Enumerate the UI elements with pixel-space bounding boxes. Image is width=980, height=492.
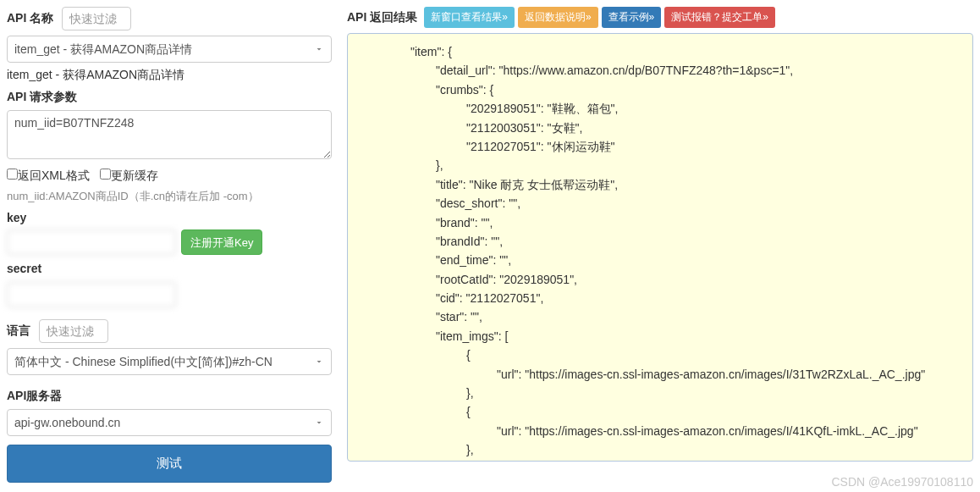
lang-filter-input[interactable] <box>39 319 108 343</box>
json-line: "item": { <box>360 42 961 61</box>
json-line: { <box>360 460 961 461</box>
view-example-button[interactable]: 查看示例» <box>602 7 662 28</box>
json-line: "detail_url": "https://www.amazon.cn/dp/… <box>360 61 961 80</box>
register-key-button[interactable]: 注册开通Key <box>181 229 262 255</box>
json-line: "cid": "2112027051", <box>360 289 961 307</box>
secret-label: secret <box>7 262 332 275</box>
json-line: "title": "Nike 耐克 女士低帮运动鞋", <box>360 175 961 194</box>
result-box: "item": { "detail_url": "https://www.ama… <box>347 33 973 462</box>
key-input[interactable] <box>7 229 176 255</box>
api-params-label: API 请求参数 <box>7 90 332 105</box>
json-line: "url": "https://images-cn.ssl-images-ama… <box>360 365 961 384</box>
left-panel: API 名称 item_get - 获得AMAZON商品详情 item_get … <box>7 7 332 483</box>
json-line: "brandId": "", <box>360 232 961 251</box>
report-error-button[interactable]: 测试报错？提交工单» <box>664 7 775 28</box>
json-line: }, <box>360 384 961 402</box>
server-label: API服务器 <box>7 389 332 404</box>
cache-checkbox-label[interactable]: 更新缓存 <box>100 169 158 182</box>
json-line: "2029189051": "鞋靴、箱包", <box>360 99 961 118</box>
json-line: "url": "https://images-cn.ssl-images-ama… <box>360 422 961 440</box>
api-name-select[interactable]: item_get - 获得AMAZON商品详情 <box>7 36 332 63</box>
json-line: "rootCatId": "2029189051", <box>360 270 961 289</box>
right-panel: API 返回结果 新窗口查看结果» 返回数据说明» 查看示例» 测试报错？提交工… <box>347 7 973 483</box>
json-line: "crumbs": { <box>360 80 961 99</box>
api-params-textarea[interactable] <box>7 110 332 159</box>
api-name-filter-input[interactable] <box>62 7 131 30</box>
new-window-button[interactable]: 新窗口查看结果» <box>424 7 515 28</box>
json-line: { <box>360 402 961 421</box>
key-label: key <box>7 211 332 224</box>
json-line: { <box>360 346 961 364</box>
cache-checkbox[interactable] <box>100 169 111 180</box>
json-line: }, <box>360 440 961 459</box>
json-line: "desc_short": "", <box>360 194 961 213</box>
lang-select[interactable]: 简体中文 - Chinese Simplified(中文[简体])#zh-CN <box>7 348 332 375</box>
test-button[interactable]: 测试 <box>7 445 332 483</box>
json-line: "end_time": "", <box>360 251 961 269</box>
data-desc-button[interactable]: 返回数据说明» <box>518 7 598 28</box>
json-line: "star": "", <box>360 307 961 326</box>
xml-checkbox[interactable] <box>7 169 18 180</box>
result-scroll[interactable]: "item": { "detail_url": "https://www.ama… <box>348 34 972 461</box>
xml-checkbox-label[interactable]: 返回XML格式 <box>7 169 90 182</box>
params-hint: num_iid:AMAZON商品ID（非.cn的请在后加 -com） <box>7 189 332 204</box>
json-line: }, <box>360 156 961 174</box>
lang-label: 语言 <box>7 323 30 339</box>
json-line: "2112027051": "休闲运动鞋" <box>360 137 961 156</box>
api-name-label: API 名称 <box>7 11 53 26</box>
server-select[interactable]: api-gw.onebound.cn <box>7 409 332 436</box>
json-line: "2112003051": "女鞋", <box>360 119 961 137</box>
json-line: "item_imgs": [ <box>360 327 961 346</box>
watermark: CSDN @Ace19970108110 <box>831 475 973 489</box>
api-select-echo: item_get - 获得AMAZON商品详情 <box>7 68 332 83</box>
json-line: "brand": "", <box>360 213 961 232</box>
secret-input[interactable] <box>7 282 176 307</box>
result-title: API 返回结果 <box>347 10 417 25</box>
